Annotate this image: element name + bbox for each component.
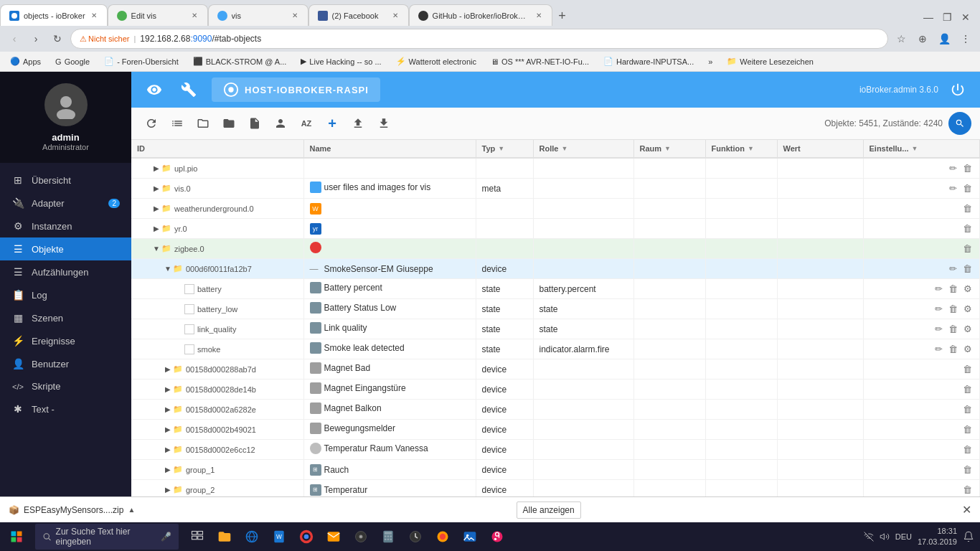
tab-1-close[interactable]: ✕ bbox=[90, 10, 98, 21]
sidebar-item-ereignisse[interactable]: ⚡ Ereignisse bbox=[0, 329, 131, 352]
bookmark-apps[interactable]: 🔵 Apps bbox=[6, 55, 45, 67]
settings-icon[interactable]: ⚙ bbox=[962, 282, 974, 296]
close-browser-button[interactable]: ✕ bbox=[957, 9, 974, 26]
calculator-button[interactable] bbox=[375, 524, 401, 550]
edit-icon[interactable]: ✏ bbox=[933, 322, 944, 336]
delete-icon[interactable]: 🗑 bbox=[961, 161, 974, 175]
az-button[interactable]: AZ bbox=[295, 112, 318, 135]
settings-icon[interactable]: ⚙ bbox=[962, 302, 974, 316]
notification-icon[interactable] bbox=[963, 531, 974, 542]
delete-icon[interactable]: 🗑 bbox=[947, 302, 959, 316]
tab-3[interactable]: vis ✕ bbox=[208, 4, 308, 26]
delete-icon[interactable]: 🗑 bbox=[961, 402, 974, 416]
firefox-button[interactable] bbox=[430, 524, 456, 550]
edit-icon[interactable]: ✏ bbox=[948, 182, 958, 195]
tab-4[interactable]: (2) Facebook ✕ bbox=[308, 4, 409, 26]
tab-4-close[interactable]: ✕ bbox=[391, 10, 400, 21]
expand-group2[interactable]: ▶ bbox=[163, 485, 173, 495]
delete-icon[interactable]: 🗑 bbox=[961, 202, 974, 215]
expand-group1[interactable]: ▶ bbox=[163, 465, 173, 475]
extension-button[interactable]: ⊕ bbox=[914, 30, 931, 47]
edit-icon[interactable]: ✏ bbox=[948, 161, 958, 175]
col-rolle[interactable]: Rolle ▼ bbox=[533, 140, 633, 158]
sidebar-item-uebersicht[interactable]: ⊞ Übersicht bbox=[0, 169, 131, 192]
chrome-button[interactable] bbox=[293, 524, 319, 550]
eye-icon-btn[interactable] bbox=[143, 78, 166, 101]
sidebar-item-instanzen[interactable]: ⚙ Instanzen bbox=[0, 215, 131, 237]
delete-icon[interactable]: 🗑 bbox=[961, 222, 974, 235]
taskbar-search-box[interactable]: Zur Suche Text hier eingeben 🎤 bbox=[35, 524, 179, 550]
tab-5-close[interactable]: ✕ bbox=[534, 10, 543, 21]
download-chevron-icon[interactable]: ▲ bbox=[128, 506, 135, 514]
upload-button[interactable] bbox=[347, 112, 369, 135]
bookmark-livehacking[interactable]: ▶ Live Hacking -- so ... bbox=[296, 55, 385, 67]
photos-button[interactable] bbox=[457, 524, 483, 550]
delete-icon[interactable]: 🗑 bbox=[947, 342, 959, 356]
tab-2-close[interactable]: ✕ bbox=[190, 10, 199, 21]
tab-3-close[interactable]: ✕ bbox=[291, 10, 299, 21]
col-funktion[interactable]: Funktion ▼ bbox=[705, 140, 777, 158]
mail-button[interactable] bbox=[321, 524, 347, 550]
download-close-button[interactable]: ✕ bbox=[962, 503, 971, 517]
bookmark-button[interactable]: ☆ bbox=[892, 30, 910, 47]
expand-vis0[interactable]: ▶ bbox=[151, 184, 161, 194]
sidebar-item-szenen[interactable]: ▦ Szenen bbox=[0, 306, 131, 329]
delete-icon[interactable]: 🗑 bbox=[961, 382, 974, 396]
sidebar-item-text[interactable]: ✱ Text - bbox=[0, 397, 131, 420]
expand-uplpio[interactable]: ▶ bbox=[151, 164, 161, 174]
col-typ[interactable]: Typ ▼ bbox=[476, 140, 533, 158]
minimize-button[interactable]: — bbox=[920, 9, 937, 26]
folder-button[interactable] bbox=[217, 112, 240, 135]
tab-5[interactable]: GitHub - ioBroker/ioBroker.ja... ✕ bbox=[409, 4, 552, 26]
delete-icon[interactable]: 🗑 bbox=[961, 362, 974, 376]
delete-icon[interactable]: 🗑 bbox=[961, 262, 974, 276]
tab-1[interactable]: objects - ioBroker ✕ bbox=[0, 4, 108, 26]
bookmark-hardware[interactable]: 📄 Hardware-INPUTSA... bbox=[599, 55, 698, 67]
delete-icon[interactable]: 🗑 bbox=[961, 423, 974, 436]
settings-icon[interactable]: ⚙ bbox=[962, 342, 974, 356]
forward-button[interactable]: › bbox=[27, 30, 44, 47]
settings-icon[interactable]: ⚙ bbox=[962, 322, 974, 336]
bookmark-blackstrom[interactable]: ⬛ BLACK-STROM @ A... bbox=[189, 55, 291, 67]
itunes-button[interactable] bbox=[484, 524, 510, 550]
expand-bewegungsmelder[interactable]: ▶ bbox=[163, 425, 173, 435]
list-view-button[interactable] bbox=[166, 112, 189, 135]
start-button[interactable] bbox=[0, 522, 32, 551]
sidebar-item-aufzaehlungen[interactable]: ☰ Aufzählungen bbox=[0, 260, 131, 283]
address-bar[interactable]: ⚠ Nicht sicher | 192.168.2.68:9090/#tab-… bbox=[70, 29, 888, 49]
person-button[interactable] bbox=[269, 112, 292, 135]
expand-magnet-eingangstuer[interactable]: ▶ bbox=[163, 385, 173, 395]
expand-yr0[interactable]: ▶ bbox=[151, 224, 161, 234]
sidebar-item-objekte[interactable]: ☰ Objekte bbox=[0, 237, 131, 260]
sidebar-item-skripte[interactable]: </> Skripte bbox=[0, 375, 131, 397]
new-tab-button[interactable]: + bbox=[552, 6, 573, 26]
profile-button[interactable]: 👤 bbox=[936, 30, 953, 47]
delete-icon[interactable]: 🗑 bbox=[961, 443, 974, 456]
bookmark-more[interactable]: » bbox=[704, 56, 717, 67]
download-button[interactable] bbox=[372, 112, 395, 135]
delete-icon[interactable]: 🗑 bbox=[961, 182, 974, 195]
delete-icon[interactable]: 🗑 bbox=[961, 483, 974, 496]
col-einstellung[interactable]: Einstellu... ▼ bbox=[863, 140, 980, 158]
expand-magnet-balkon[interactable]: ▶ bbox=[163, 405, 173, 415]
delete-icon[interactable]: 🗑 bbox=[947, 282, 959, 296]
bookmark-google[interactable]: G Google bbox=[51, 56, 94, 67]
show-all-button[interactable]: Alle anzeigen bbox=[517, 501, 581, 519]
bookmark-os[interactable]: 🖥 OS *** AVR-NET-IO-Fu... bbox=[486, 56, 593, 67]
word-button[interactable]: W bbox=[266, 524, 292, 550]
expand-smoke-device[interactable]: ▼ bbox=[163, 264, 173, 274]
delete-icon[interactable]: 🗑 bbox=[947, 322, 959, 336]
voice-search-icon[interactable]: 🎤 bbox=[161, 532, 171, 542]
back-button[interactable]: ‹ bbox=[6, 30, 23, 47]
reload-button[interactable]: ↻ bbox=[49, 30, 66, 47]
backup-button[interactable] bbox=[402, 524, 428, 550]
tab-2[interactable]: Edit vis ✕ bbox=[108, 4, 208, 26]
delete-icon[interactable]: 🗑 bbox=[961, 242, 974, 255]
expand-wu0[interactable]: ▶ bbox=[151, 204, 161, 214]
file-explorer-button[interactable] bbox=[212, 524, 237, 550]
media-button[interactable] bbox=[348, 524, 374, 550]
sidebar-item-adapter[interactable]: 🔌 Adapter 2 bbox=[0, 192, 131, 215]
edit-icon[interactable]: ✏ bbox=[933, 302, 944, 316]
edit-icon[interactable]: ✏ bbox=[933, 282, 944, 296]
edit-icon[interactable]: ✏ bbox=[948, 262, 958, 276]
